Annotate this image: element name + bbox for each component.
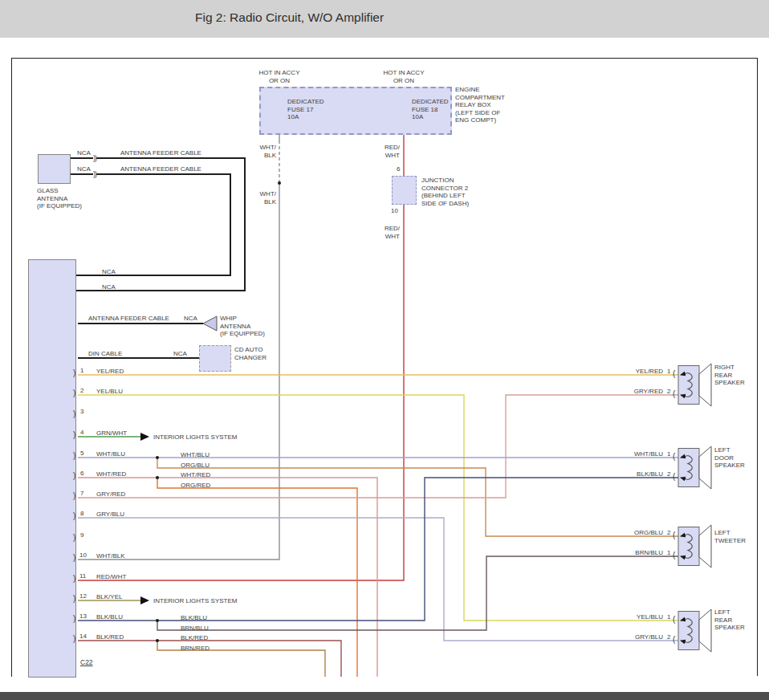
din-cable-label: DIN CABLE [88,350,122,358]
interior-lights-label-2: INTERIOR LIGHTS SYSTEM [153,597,237,605]
wire-glass-antenna-2 [71,174,230,275]
pin-bracket: ) [73,595,75,603]
glass-nca-2: NCA [77,165,91,173]
speaker-body-right-rear [678,366,699,405]
pin-number: 11 [79,572,86,580]
antenna-feeder-cable-2: ANTENNA FEEDER CABLE [120,165,201,173]
pin-number: 10 [79,551,87,559]
interior-lights-arrow-2 [140,596,149,604]
speaker-pin-number: 1 [667,549,670,556]
pin-number: 14 [79,633,87,640]
whip-nca-label: NCA [184,315,197,323]
pin-bracket: ) [73,369,75,377]
interior-lights-arrow-1 [140,433,149,441]
junction-dot [278,181,281,185]
speaker-body-left-rear [678,612,699,650]
speaker-pin-bracket: ( [673,453,675,461]
speaker-pin-number: 2 [667,388,670,395]
branch-label: ORG/RED [181,482,210,490]
pin-number: 8 [80,510,83,517]
wire-brn-blu [157,556,678,630]
pin-number: 9 [80,531,83,539]
speaker-wire-label: BRN/BLU [618,549,663,557]
hot-in-accy-label-2: HOT IN ACCY OR ON [372,69,436,84]
pin-bracket: ) [73,534,75,542]
pin-number: 3 [80,408,83,415]
speaker-pin-bracket: ( [673,616,675,624]
junction-dot [156,476,159,479]
red-wht-label-lower: RED/ WHT [379,225,400,240]
pin-number: 4 [80,429,83,436]
pin-wire-label: YEL/RED [96,368,124,376]
speaker-pin-bracket: ( [673,551,675,560]
wire-gry-red [78,395,678,498]
pin-wire-label: BLK/RED [96,633,124,641]
antenna-connector-icon-2: )) [93,171,96,178]
pin-bracket: ) [73,431,75,439]
antenna-connector-icon-1: )) [93,155,96,162]
whip-antenna-icon [203,316,217,331]
pin-wire-label: GRY/BLU [96,511,124,519]
radio-connector-id: C22 [80,658,93,666]
pin-bracket: ) [73,635,75,643]
glass-nca-1: NCA [77,149,91,157]
din-nca-label: NCA [173,350,187,358]
glass-antenna-box [38,154,71,184]
speaker-pin-bracket: ( [673,473,675,481]
junction-dot [156,456,159,459]
junction-dot [156,639,159,642]
red-wht-label-upper: RED/ WHT [379,144,400,159]
pin-wire-label: WHT/RED [96,470,126,478]
pin-wire-label: WHT/BLU [96,450,125,458]
junction-connector-box [392,176,417,205]
wire-yel-blu [78,395,678,621]
junction-pin-top: 6 [397,165,400,173]
speaker-pin-number: 1 [667,368,670,375]
speaker-cone-left-tweeter [699,525,711,568]
wiring-diagram-page: Fig 2: Radio Circuit, W/O Amplifier [0,0,769,700]
speaker-pin-number: 2 [667,633,670,641]
radio-nca-2: NCA [102,283,116,291]
speaker-wire-label: WHT/BLU [618,450,663,458]
pin-number: 5 [80,450,83,457]
wht-blk-label-lower: WHT/ BLK [257,190,276,206]
branch-label: WHT/RED [181,471,210,479]
pin-number: 2 [80,387,83,394]
branch-label: ORG/BLU [181,462,210,470]
radio-nca-1: NCA [102,268,116,276]
pin-bracket: ) [73,615,75,623]
pin-wire-label: YEL/BLU [96,388,123,396]
pin-bracket: ) [73,575,75,583]
speaker-wire-label: GRY/RED [618,388,663,396]
pin-wire-label: WHT/BLK [96,552,125,560]
relay-box-label: ENGINE COMPARTMENT RELAY BOX (LEFT SIDE … [455,86,505,124]
speaker-cone-right-rear [699,364,711,406]
pin-number: 12 [79,592,87,600]
speaker-pin-bracket: ( [673,531,675,539]
branch-label: BRN/RED [181,645,210,653]
pin-wire-label: BLK/BLU [96,613,123,621]
branch-label: BRN/BLU [181,625,209,633]
whip-antenna-label: WHIP ANTENNA (IF EQUIPPED) [220,315,265,338]
pin-number: 7 [80,490,83,497]
speaker-wire-label: GRY/BLU [618,633,663,641]
pin-wire-label: BLK/YEL [96,593,122,601]
antenna-feeder-cable-1: ANTENNA FEEDER CABLE [120,149,201,157]
speaker-wire-label: YEL/RED [618,368,663,376]
interior-lights-label-1: INTERIOR LIGHTS SYSTEM [153,433,237,442]
speaker-name-right-rear: RIGHT REAR SPEAKER [714,364,745,387]
speaker-pin-bracket: ( [673,390,675,398]
pin-wire-label: GRN/WHT [96,429,127,438]
pin-number: 1 [80,367,83,374]
wire-red-wht-main [78,205,404,580]
junction-pin-bottom: 10 [391,207,398,214]
speaker-pin-number: 2 [667,529,670,536]
speaker-cone-left-door [699,446,711,489]
pin-bracket: ) [73,512,75,520]
pin-bracket: ) [73,389,75,397]
wire-org-blu [157,458,678,536]
junction-dot [156,619,159,622]
whip-cable-label: ANTENNA FEEDER CABLE [88,315,169,323]
speaker-name-left-rear: LEFT REAR SPEAKER [714,608,745,632]
speaker-pin-bracket: ( [673,370,675,378]
